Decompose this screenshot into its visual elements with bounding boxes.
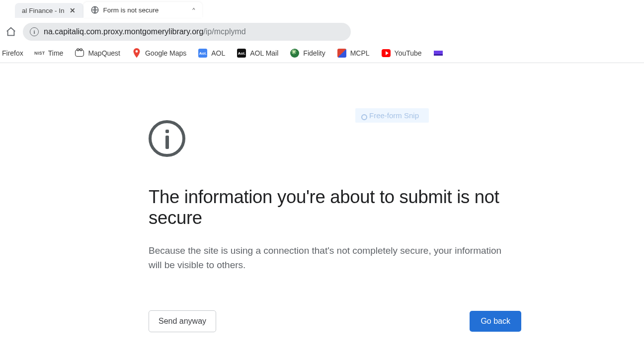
aol-mail-icon: Aol. (237, 49, 246, 58)
bookmark-label: Firefox (2, 49, 23, 57)
button-row: Send anyway Go back (149, 310, 521, 332)
bookmark-firefox[interactable]: Firefox (2, 49, 23, 57)
tab-active[interactable]: Form is not secure ^ (83, 2, 202, 18)
bookmarks-bar: Firefox NIST Time MapQuest Google Maps A… (0, 45, 644, 63)
close-icon[interactable]: ✕ (69, 6, 77, 14)
aol-icon: Aol. (198, 49, 207, 58)
bookmark-label: Fidelity (303, 49, 325, 57)
youtube-icon (382, 49, 391, 58)
home-button[interactable] (5, 26, 17, 38)
url-host: na.capitaliq.com.proxy.montgomerylibrary… (44, 27, 203, 36)
snip-mode-label: Free-form Snip (355, 108, 429, 123)
mapquest-icon (75, 49, 84, 58)
tab-title: al Finance - In (22, 7, 65, 14)
nist-icon: NIST (35, 49, 44, 58)
info-icon (149, 120, 185, 157)
mcpl-icon (337, 49, 346, 58)
bookmark-youtube[interactable]: YouTube (382, 49, 422, 58)
bookmark-googlemaps[interactable]: Google Maps (132, 49, 186, 58)
unknown-icon (434, 49, 443, 58)
fidelity-icon (290, 49, 299, 58)
bookmark-label: AOL Mail (250, 49, 278, 57)
address-bar[interactable]: i na.capitaliq.com.proxy.montgomerylibra… (23, 23, 351, 41)
bookmark-mapquest[interactable]: MapQuest (75, 49, 120, 58)
bookmark-fidelity[interactable]: Fidelity (290, 49, 325, 58)
bookmark-unknown[interactable] (434, 49, 443, 58)
bookmark-mcpl[interactable]: MCPL (337, 49, 370, 58)
bookmark-label: Time (48, 49, 64, 57)
tab-inactive[interactable]: al Finance - In ✕ (15, 3, 83, 18)
bookmark-label: MapQuest (88, 49, 120, 57)
address-bar-row: i na.capitaliq.com.proxy.montgomerylibra… (0, 18, 644, 45)
site-info-icon[interactable]: i (30, 27, 39, 36)
bookmark-aol[interactable]: Aol. AOL (198, 49, 225, 58)
go-back-button[interactable]: Go back (470, 311, 521, 332)
tab-strip: al Finance - In ✕ Form is not secure ^ (0, 0, 644, 18)
interstitial-headline: The information you're about to submit i… (149, 187, 521, 228)
tab-title: Form is not secure (103, 6, 159, 14)
chevron-up-icon[interactable]: ^ (192, 7, 195, 13)
svg-point-1 (136, 50, 138, 53)
bookmark-label: Google Maps (145, 49, 186, 57)
url-path: /ip/mcplymd (203, 27, 245, 36)
send-anyway-button[interactable]: Send anyway (149, 310, 216, 332)
snip-label-text: Free-form Snip (369, 111, 419, 120)
google-maps-icon (132, 49, 141, 58)
insecure-form-interstitial: The information you're about to submit i… (149, 120, 521, 332)
bookmark-label: AOL (211, 49, 225, 57)
bookmark-aolmail[interactable]: Aol. AOL Mail (237, 49, 278, 58)
globe-icon (90, 5, 99, 14)
bookmark-label: MCPL (350, 49, 370, 57)
bookmark-time[interactable]: NIST Time (35, 49, 64, 58)
bookmark-label: YouTube (395, 49, 422, 57)
interstitial-body: Because the site is using a connection t… (149, 243, 511, 273)
